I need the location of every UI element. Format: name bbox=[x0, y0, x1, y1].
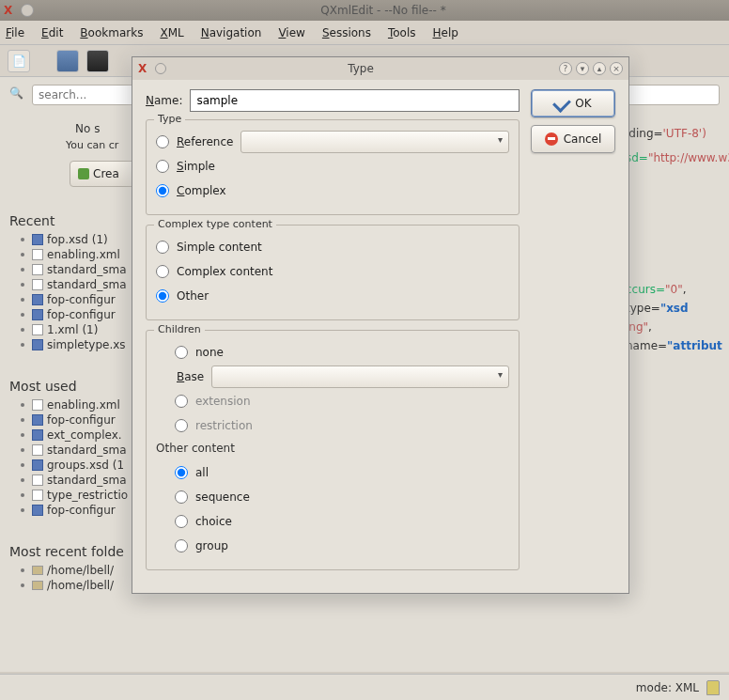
reference-label: Reference bbox=[177, 135, 233, 148]
complex-radio[interactable] bbox=[156, 184, 169, 197]
simple-content-radio[interactable] bbox=[156, 241, 169, 254]
none-radio[interactable] bbox=[175, 346, 188, 359]
file-icon bbox=[32, 459, 43, 471]
menu-view[interactable]: View bbox=[278, 26, 304, 39]
choice-label: choice bbox=[195, 515, 232, 528]
type-dialog: X Type ? ▾ ▴ × Name: Type Reference bbox=[132, 56, 629, 594]
window-min-icon[interactable] bbox=[21, 4, 34, 17]
simple-radio[interactable] bbox=[156, 160, 169, 173]
menu-tools[interactable]: Tools bbox=[388, 26, 416, 39]
extension-label: extension bbox=[195, 395, 251, 408]
binoculars-icon: 🔍 bbox=[9, 86, 26, 103]
item-label: fop-configur bbox=[47, 504, 116, 517]
folder-icon bbox=[32, 581, 43, 590]
cancel-icon bbox=[545, 132, 558, 146]
sequence-radio[interactable] bbox=[175, 490, 188, 504]
tree-dot-icon bbox=[21, 403, 24, 407]
menubar: File Edit Bookmarks XML Navigation View … bbox=[0, 21, 729, 45]
cancel-label: Cancel bbox=[564, 132, 602, 146]
tree-dot-icon bbox=[21, 508, 24, 512]
tree-dot-icon bbox=[21, 568, 24, 572]
file-icon bbox=[32, 490, 43, 501]
save-as-icon[interactable] bbox=[86, 50, 109, 72]
item-label: /home/lbell/ bbox=[47, 564, 114, 577]
file-icon bbox=[32, 474, 43, 486]
file-icon bbox=[32, 264, 43, 275]
dialog-down-icon[interactable]: ▾ bbox=[576, 62, 589, 75]
file-icon bbox=[32, 399, 43, 411]
dialog-up-icon[interactable]: ▴ bbox=[593, 62, 606, 75]
type-legend: Type bbox=[154, 113, 185, 125]
menu-xml[interactable]: XML bbox=[160, 26, 183, 39]
extension-radio[interactable] bbox=[175, 395, 188, 408]
other-radio[interactable] bbox=[156, 289, 169, 303]
ctc-legend: Complex type content bbox=[154, 218, 276, 230]
save-icon[interactable] bbox=[56, 50, 79, 72]
new-doc-icon[interactable]: 📄 bbox=[8, 50, 30, 72]
reference-combo[interactable] bbox=[240, 131, 509, 153]
base-combo[interactable] bbox=[211, 366, 509, 388]
item-label: groups.xsd (1 bbox=[47, 459, 124, 472]
dialog-x-icon[interactable]: × bbox=[610, 62, 623, 75]
file-icon bbox=[32, 505, 43, 516]
tree-dot-icon bbox=[21, 418, 24, 422]
menu-help[interactable]: Help bbox=[433, 26, 458, 39]
file-icon bbox=[32, 339, 43, 350]
dialog-titlebar: X Type ? ▾ ▴ × bbox=[132, 57, 628, 80]
item-label: enabling.xml bbox=[47, 248, 120, 261]
sequence-label: sequence bbox=[195, 490, 250, 504]
item-label: standard_sma bbox=[47, 263, 127, 276]
tree-dot-icon bbox=[21, 298, 24, 302]
tree-dot-icon bbox=[21, 433, 24, 437]
cancel-button[interactable]: Cancel bbox=[531, 125, 615, 153]
children-group: Children none Base extension restriction… bbox=[146, 330, 520, 570]
status-bar: mode: XML bbox=[0, 674, 729, 700]
tree-dot-icon bbox=[21, 478, 24, 482]
group-radio[interactable] bbox=[175, 539, 188, 552]
name-label: Name: bbox=[146, 94, 182, 107]
choice-radio[interactable] bbox=[175, 515, 188, 528]
tree-dot-icon bbox=[21, 313, 24, 317]
item-label: fop.xsd (1) bbox=[47, 233, 108, 246]
item-label: fop-configur bbox=[47, 293, 116, 306]
ok-button[interactable]: OK bbox=[531, 89, 615, 117]
menu-file[interactable]: File bbox=[6, 26, 24, 39]
menu-edit[interactable]: Edit bbox=[41, 26, 63, 39]
complex-content-radio[interactable] bbox=[156, 265, 169, 278]
dialog-help-icon[interactable]: ? bbox=[559, 62, 572, 75]
file-icon bbox=[32, 294, 43, 305]
tree-dot-icon bbox=[21, 583, 24, 587]
all-radio[interactable] bbox=[175, 466, 188, 479]
tree-dot-icon bbox=[21, 493, 24, 497]
window-close-icon[interactable]: X bbox=[4, 4, 17, 17]
reference-radio[interactable] bbox=[156, 135, 169, 148]
xml-snippet: iding='UTF-8') sd="http://www.w3 ccurs="… bbox=[626, 124, 729, 355]
tree-dot-icon bbox=[21, 448, 24, 452]
dialog-min-icon[interactable] bbox=[155, 63, 166, 74]
file-icon bbox=[32, 324, 43, 335]
item-label: simpletype.xs bbox=[47, 338, 126, 351]
menu-navigation[interactable]: Navigation bbox=[201, 26, 262, 39]
window-title: QXmlEdit - --No file-- * bbox=[41, 4, 725, 17]
item-label: fop-configur bbox=[47, 308, 116, 321]
menu-bookmarks[interactable]: Bookmarks bbox=[80, 26, 143, 39]
item-label: standard_sma bbox=[47, 443, 127, 457]
file-icon bbox=[32, 309, 43, 320]
menu-sessions[interactable]: Sessions bbox=[322, 26, 371, 39]
tree-dot-icon bbox=[21, 253, 24, 257]
complex-content-label: Complex content bbox=[177, 265, 272, 278]
tree-dot-icon bbox=[21, 283, 24, 287]
item-label: enabling.xml bbox=[47, 398, 120, 412]
restriction-label: restriction bbox=[195, 419, 253, 432]
item-label: 1.xml (1) bbox=[47, 323, 98, 336]
other-label: Other bbox=[177, 289, 209, 303]
children-legend: Children bbox=[154, 323, 205, 335]
file-icon bbox=[32, 234, 43, 245]
folder-icon bbox=[32, 566, 43, 575]
other-content-label: Other content bbox=[156, 442, 509, 455]
name-input[interactable] bbox=[190, 89, 520, 112]
complex-label: Complex bbox=[177, 184, 226, 197]
dialog-close-icon[interactable]: X bbox=[138, 62, 151, 75]
item-label: ext_complex. bbox=[47, 428, 122, 442]
restriction-radio[interactable] bbox=[175, 419, 188, 432]
